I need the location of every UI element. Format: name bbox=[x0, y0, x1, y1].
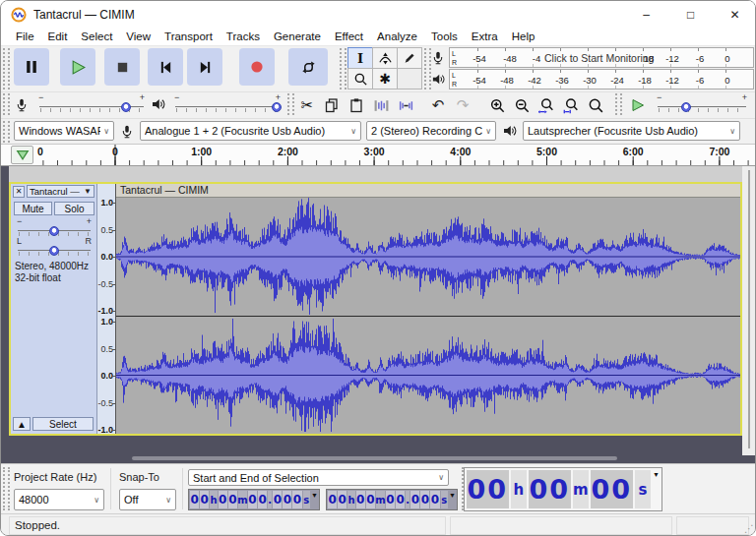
selection-mode-select[interactable]: Start and End of Selection∨ bbox=[188, 469, 449, 486]
time-unit: m bbox=[376, 491, 385, 508]
edit-toolbar-grabber[interactable] bbox=[287, 93, 294, 115]
track-close-button[interactable]: ✕ bbox=[13, 186, 25, 198]
menu-extra[interactable]: Extra bbox=[465, 29, 505, 45]
selection-toolbar-grabber[interactable] bbox=[3, 467, 10, 510]
skip-to-start-button[interactable] bbox=[148, 48, 183, 86]
collapse-track-button[interactable]: ▲ bbox=[13, 417, 31, 431]
envelope-tool-button[interactable] bbox=[372, 47, 398, 69]
vertical-scale-ruler[interactable]: 1.00.50.0-0.5-1.01.00.50.0-0.5-1.0 bbox=[97, 184, 116, 434]
play-at-speed-button[interactable] bbox=[625, 94, 651, 116]
meter-db-label: -48 bbox=[500, 74, 514, 85]
track-title-menu[interactable]: Tantacrul — ▼ bbox=[27, 185, 94, 198]
track-select-button[interactable]: Select bbox=[32, 417, 94, 431]
menu-select[interactable]: Select bbox=[74, 29, 119, 45]
menu-edit[interactable]: Edit bbox=[41, 29, 75, 45]
waveform-channel-left[interactable] bbox=[116, 198, 740, 316]
mute-button[interactable]: Mute bbox=[14, 202, 52, 215]
clip-title-bar[interactable]: Tantacrul — CIMIM bbox=[116, 184, 740, 198]
fit-project-button[interactable] bbox=[559, 93, 583, 117]
time-unit: m bbox=[573, 470, 589, 508]
record-button[interactable] bbox=[239, 48, 275, 86]
zoom-toggle-button[interactable] bbox=[584, 93, 607, 117]
scale-label: -1.0 bbox=[97, 306, 113, 316]
recording-device-select[interactable]: Analogue 1 + 2 (Focusrite Usb Audio)∨ bbox=[140, 121, 361, 141]
timeline-ruler[interactable]: 001:002:003:004:005:006:007:00 bbox=[33, 145, 756, 165]
undo-button[interactable]: ↶ bbox=[426, 93, 450, 117]
snap-to-select[interactable]: Off∨ bbox=[119, 489, 176, 510]
play-speed-slider[interactable]: −+ bbox=[657, 93, 747, 115]
menu-tools[interactable]: Tools bbox=[424, 29, 465, 45]
resize-grip[interactable]: ⋰ bbox=[744, 523, 754, 534]
menu-view[interactable]: View bbox=[119, 29, 158, 45]
track-view[interactable]: ✕ Tantacrul — ▼ Mute Solo −+ LR Stereo, … bbox=[1, 166, 756, 463]
audio-track[interactable]: ✕ Tantacrul — ▼ Mute Solo −+ LR Stereo, … bbox=[9, 182, 742, 436]
cut-button[interactable]: ✂ bbox=[295, 93, 319, 117]
zoom-in-button[interactable] bbox=[485, 93, 509, 117]
speaker-icon bbox=[431, 72, 446, 87]
timeline-options-button[interactable] bbox=[11, 146, 33, 164]
recording-volume-slider[interactable]: −+ bbox=[38, 93, 145, 115]
trim-audio-button[interactable] bbox=[369, 93, 393, 117]
fit-selection-button[interactable] bbox=[535, 93, 558, 117]
pan-slider[interactable]: LR bbox=[17, 237, 92, 259]
zoom-out-button[interactable] bbox=[510, 93, 534, 117]
menu-help[interactable]: Help bbox=[505, 29, 542, 45]
recording-volume-mic-icon bbox=[13, 94, 31, 114]
gain-slider[interactable]: −+ bbox=[17, 217, 92, 239]
multi-tool-button[interactable]: ✱ bbox=[372, 68, 398, 89]
recording-channels-select[interactable]: 2 (Stereo) Recording Chann∨ bbox=[366, 121, 496, 141]
project-rate-select[interactable]: 48000∨ bbox=[14, 489, 104, 510]
scrub-strip[interactable] bbox=[9, 166, 742, 182]
maximize-button[interactable]: □ bbox=[668, 1, 713, 29]
paste-button[interactable] bbox=[345, 93, 368, 117]
play-meter-speaker-button[interactable] bbox=[429, 70, 447, 89]
monitor-prompt[interactable]: Click to Start Monitoring bbox=[544, 52, 654, 64]
selection-start-field[interactable]: 00h00m00.000s▼ bbox=[188, 489, 320, 510]
menu-generate[interactable]: Generate bbox=[267, 29, 328, 45]
skip-to-end-button[interactable] bbox=[187, 48, 222, 86]
green-triangle-icon bbox=[16, 149, 30, 161]
ruler-minute-label: 7:00 bbox=[709, 146, 729, 157]
playback-volume-slider[interactable]: −+ bbox=[174, 93, 281, 115]
selection-tool-button[interactable]: I bbox=[347, 47, 373, 69]
solo-button[interactable]: Solo bbox=[54, 202, 94, 215]
close-button[interactable]: ✕ bbox=[713, 1, 756, 29]
time-digit: 0 bbox=[420, 491, 429, 508]
tools-toolbar-grabber[interactable] bbox=[340, 48, 346, 89]
record-meter-mic-button[interactable] bbox=[429, 48, 447, 67]
microphone-icon bbox=[431, 50, 445, 65]
playback-device-select[interactable]: Lautsprecher (Focusrite Usb Audio)∨ bbox=[523, 121, 740, 141]
waveform-channel-right[interactable] bbox=[116, 317, 740, 434]
play-button[interactable] bbox=[60, 48, 95, 86]
clip-area[interactable]: Tantacrul — CIMIM bbox=[116, 184, 740, 434]
copy-button[interactable] bbox=[320, 93, 344, 117]
silence-audio-button[interactable] bbox=[394, 93, 417, 117]
stop-button[interactable] bbox=[104, 48, 140, 86]
menu-file[interactable]: File bbox=[9, 29, 41, 45]
loop-button[interactable] bbox=[288, 48, 328, 86]
meter-db-label: -36 bbox=[555, 74, 569, 85]
zoom-tool-button[interactable] bbox=[347, 68, 373, 89]
menu-analyze[interactable]: Analyze bbox=[370, 29, 424, 45]
mixer-toolbar-grabber[interactable] bbox=[3, 93, 10, 115]
menu-effect[interactable]: Effect bbox=[328, 29, 370, 45]
redo-button[interactable]: ↷ bbox=[451, 93, 474, 117]
menu-transport[interactable]: Transport bbox=[158, 29, 220, 45]
play-at-speed-grabber[interactable] bbox=[615, 93, 622, 115]
timeline-row: 001:002:003:004:005:006:007:00 bbox=[1, 145, 756, 166]
audio-host-select[interactable]: Windows WASAPI∨ bbox=[14, 121, 114, 141]
pause-button[interactable] bbox=[14, 48, 49, 86]
playback-volume-speaker-icon bbox=[149, 94, 167, 114]
recording-meter[interactable]: LR -54-48-4Click to Start Monitoring18-1… bbox=[449, 47, 754, 68]
device-toolbar-grabber[interactable] bbox=[3, 121, 10, 143]
audio-position-display[interactable]: 00h00m00s▼ bbox=[464, 467, 662, 511]
menu-tracks[interactable]: Tracks bbox=[220, 29, 267, 45]
minimize-button[interactable]: – bbox=[624, 1, 668, 29]
draw-tool-button[interactable] bbox=[397, 47, 422, 69]
menu-bar: FileEditSelectViewTransportTracksGenerat… bbox=[1, 29, 756, 46]
transport-toolbar-grabber[interactable] bbox=[3, 48, 10, 89]
playback-meter[interactable]: LR -54-48-42-36-30-24-18-12-60 bbox=[449, 69, 754, 89]
vertical-scrollbar[interactable] bbox=[742, 166, 756, 455]
horizontal-scrollbar[interactable] bbox=[132, 456, 617, 460]
selection-end-field[interactable]: 00h00m00.000s▼ bbox=[326, 489, 458, 510]
